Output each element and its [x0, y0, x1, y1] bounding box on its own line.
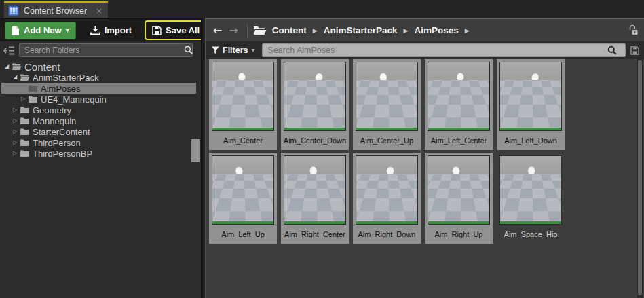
asset-name-label: Aim_Right_Up [428, 225, 490, 244]
asset-tile[interactable]: Aim_Center [209, 59, 277, 150]
folder-closed-icon [20, 117, 30, 125]
asset-tile[interactable]: Aim_Center_Down [281, 59, 349, 150]
folder-closed-icon [28, 95, 38, 103]
asset-name-label: Aim_Left_Center [428, 131, 490, 150]
panel-splitter[interactable] [201, 18, 206, 298]
save-search-icon[interactable] [630, 46, 639, 55]
asset-thumbnail[interactable] [284, 155, 346, 225]
asset-tile[interactable]: Aim_Space_Hip [497, 153, 565, 244]
breadcrumb-item[interactable]: Content [272, 25, 307, 35]
tree-collapsed-arrow-icon[interactable]: ▷ [11, 140, 19, 145]
asset-search-icon [607, 45, 617, 55]
save-all-button[interactable]: Save All [145, 20, 207, 40]
tree-item-aimposes[interactable]: AimPoses [1, 83, 196, 94]
tree-collapsed-arrow-icon[interactable]: ▷ [11, 107, 19, 113]
asset-tile[interactable]: Aim_Left_Down [497, 59, 565, 150]
asset-tile[interactable]: Aim_Right_Center [281, 153, 349, 244]
asset-thumbnail[interactable] [499, 155, 562, 225]
asset-scrollbar[interactable] [637, 59, 643, 298]
breadcrumb-separator-icon[interactable]: ▶ [404, 27, 409, 34]
tree-item-label: StarterContent [33, 127, 90, 137]
breadcrumb-item[interactable]: AnimStarterPack [324, 25, 398, 35]
asset-thumbnail[interactable] [212, 155, 274, 225]
filters-label: Filters [223, 45, 248, 55]
mannequin-figure [436, 163, 481, 223]
asset-thumbnail[interactable] [428, 62, 490, 131]
folder-closed-icon [28, 84, 38, 92]
folder-tree-panel: ◢Content◢AnimStarterPackAimPoses▷UE4_Man… [0, 59, 201, 298]
tree-item-ue4_mannequin[interactable]: ▷UE4_Mannequin [1, 94, 196, 105]
asset-tile[interactable]: Aim_Left_Center [425, 59, 493, 150]
import-icon [90, 26, 100, 35]
breadcrumb-separator-icon[interactable]: ▶ [313, 27, 318, 34]
breadcrumb-separator-icon[interactable]: ▶ [465, 27, 470, 34]
asset-tile[interactable]: Aim_Right_Down [353, 153, 421, 244]
asset-scrollbar-thumb[interactable] [638, 60, 642, 295]
content-browser-grid-icon [8, 5, 19, 16]
asset-tile[interactable]: Aim_Left_Up [209, 153, 277, 244]
tree-scrollbar-thumb[interactable] [191, 139, 200, 162]
tree-item-geometry[interactable]: ▷Geometry [1, 105, 196, 115]
animation-type-strip [356, 221, 417, 224]
tree-item-animstarterpack[interactable]: ◢AnimStarterPack [1, 72, 196, 83]
tree-item-label: ThirdPersonBP [33, 149, 92, 159]
animation-type-strip [428, 128, 489, 130]
folder-open-icon [12, 62, 22, 71]
tab-close-icon[interactable]: × [96, 6, 102, 16]
asset-name-label: Aim_Space_Hip [499, 225, 562, 244]
search-assets-input[interactable] [262, 43, 626, 57]
add-new-button[interactable]: Add New ▾ [5, 22, 76, 39]
tree-item-content[interactable]: ◢Content [1, 61, 196, 72]
search-folders-input[interactable] [19, 43, 193, 57]
tree-collapsed-arrow-icon[interactable]: ▷ [19, 96, 27, 102]
tree-collapsed-arrow-icon[interactable]: ▷ [11, 129, 19, 134]
tree-expanded-arrow-icon[interactable]: ◢ [3, 64, 11, 69]
folder-open-icon [253, 25, 267, 35]
asset-name-label: Aim_Center [212, 131, 274, 150]
tree-item-thirdpersonbp[interactable]: ▷ThirdPersonBP [1, 148, 196, 159]
tab-content-browser[interactable]: Content Browser × [4, 1, 108, 18]
asset-tile[interactable]: Aim_Right_Up [425, 153, 493, 244]
asset-thumbnail[interactable] [428, 155, 490, 225]
mannequin-figure [438, 70, 480, 128]
import-label: Import [105, 25, 132, 35]
filters-button[interactable]: Filters ▾ [212, 45, 255, 55]
tree-collapsed-arrow-icon[interactable]: ▷ [11, 151, 19, 156]
lock-open-icon[interactable] [628, 24, 639, 36]
animation-type-strip [428, 221, 489, 224]
asset-name-label: Aim_Right_Down [356, 225, 418, 244]
filters-chevron-down-icon: ▾ [252, 47, 255, 54]
save-all-label: Save All [166, 25, 200, 35]
tree-expanded-arrow-icon[interactable]: ◢ [11, 75, 19, 80]
tree-item-mannequin[interactable]: ▷Mannequin [1, 115, 196, 126]
tree-item-label: ThirdPerson [33, 138, 81, 148]
asset-thumbnail[interactable] [212, 62, 274, 131]
folder-closed-icon [20, 106, 30, 114]
folder-closed-icon [20, 138, 30, 147]
asset-thumbnail[interactable] [499, 62, 562, 131]
tree-item-thirdperson[interactable]: ▷ThirdPerson [1, 137, 196, 148]
save-floppy-icon [152, 26, 162, 35]
folder-closed-icon [20, 128, 30, 136]
mannequin-figure [511, 164, 551, 221]
folder-search-row [0, 41, 201, 59]
history-back-button[interactable]: ← [210, 25, 225, 36]
sources-panel-toggle-icon[interactable] [3, 46, 15, 55]
animation-type-strip [284, 221, 345, 224]
history-forward-button[interactable]: → [225, 25, 241, 36]
asset-name-label: Aim_Right_Center [284, 225, 346, 244]
animation-type-strip [212, 221, 273, 224]
import-button[interactable]: Import [84, 22, 138, 39]
breadcrumb-item[interactable]: AimPoses [414, 25, 458, 35]
tree-item-label: Content [24, 61, 60, 73]
tree-collapsed-arrow-icon[interactable]: ▷ [11, 118, 19, 124]
tab-strip: Content Browser × [0, 0, 644, 18]
tree-item-startercontent[interactable]: ▷StarterContent [1, 126, 196, 137]
asset-tile[interactable]: Aim_Center_Up [353, 59, 421, 150]
asset-thumbnail[interactable] [356, 155, 418, 225]
folder-tree: ◢Content◢AnimStarterPackAimPoses▷UE4_Man… [0, 61, 201, 159]
tab-title: Content Browser [24, 6, 87, 16]
asset-thumbnail[interactable] [284, 62, 346, 131]
asset-thumbnail[interactable] [356, 62, 418, 131]
asset-grid: Aim_CenterAim_Center_DownAim_Center_UpAi… [209, 59, 637, 246]
